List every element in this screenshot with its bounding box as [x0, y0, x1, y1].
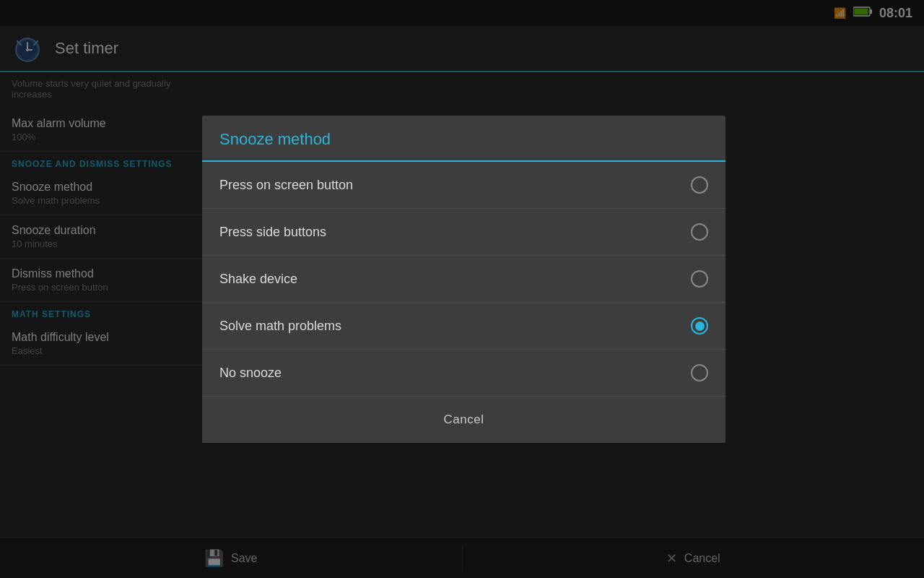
dialog-footer: Cancel	[202, 397, 725, 443]
dialog-option-label-shake: Shake device	[219, 272, 297, 287]
dialog-option-shake[interactable]: Shake device	[202, 256, 725, 303]
dialog-option-press-side[interactable]: Press side buttons	[202, 209, 725, 256]
dialog-option-label-press-screen: Press on screen button	[219, 178, 353, 193]
radio-button-no-snooze	[691, 364, 708, 381]
dialog-option-label-press-side: Press side buttons	[219, 225, 326, 240]
dialog-title: Snooze method	[202, 116, 725, 162]
snooze-method-dialog: Snooze method Press on screen buttonPres…	[202, 116, 725, 443]
radio-button-solve-math	[691, 317, 708, 335]
dialog-options-list: Press on screen buttonPress side buttons…	[202, 162, 725, 397]
dialog-option-press-screen[interactable]: Press on screen button	[202, 162, 725, 209]
dialog-option-solve-math[interactable]: Solve math problems	[202, 303, 725, 350]
dialog-cancel-button[interactable]: Cancel	[415, 407, 513, 433]
radio-button-press-side	[691, 223, 708, 241]
dialog-option-no-snooze[interactable]: No snooze	[202, 350, 725, 397]
dialog-option-label-no-snooze: No snooze	[219, 366, 282, 381]
radio-button-shake	[691, 270, 708, 288]
dialog-option-label-solve-math: Solve math problems	[219, 319, 341, 334]
radio-button-press-screen	[691, 176, 708, 194]
